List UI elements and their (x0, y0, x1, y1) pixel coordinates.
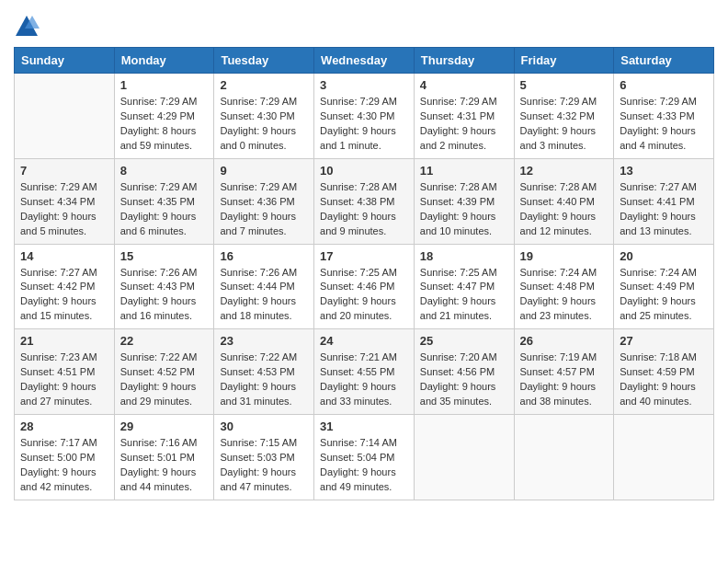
calendar-day-cell: 1Sunrise: 7:29 AMSunset: 4:29 PMDaylight… (114, 74, 214, 159)
day-info: Sunrise: 7:27 AMSunset: 4:41 PMDaylight:… (620, 180, 708, 239)
day-info: Sunrise: 7:26 AMSunset: 4:43 PMDaylight:… (120, 266, 209, 325)
calendar-day-cell: 13Sunrise: 7:27 AMSunset: 4:41 PMDayligh… (614, 158, 714, 244)
day-info: Sunrise: 7:26 AMSunset: 4:44 PMDaylight:… (220, 266, 308, 325)
calendar-day-cell: 10Sunrise: 7:28 AMSunset: 4:38 PMDayligh… (314, 158, 415, 244)
day-number: 3 (320, 78, 408, 92)
day-info: Sunrise: 7:16 AMSunset: 5:01 PMDaylight:… (120, 436, 209, 495)
day-number: 6 (620, 78, 708, 92)
calendar-day-cell: 4Sunrise: 7:29 AMSunset: 4:31 PMDaylight… (414, 74, 514, 159)
calendar-day-cell: 25Sunrise: 7:20 AMSunset: 4:56 PMDayligh… (414, 329, 514, 415)
day-info: Sunrise: 7:25 AMSunset: 4:46 PMDaylight:… (320, 266, 408, 325)
calendar-day-cell: 20Sunrise: 7:24 AMSunset: 4:49 PMDayligh… (614, 244, 714, 329)
day-info: Sunrise: 7:29 AMSunset: 4:35 PMDaylight:… (120, 180, 209, 239)
calendar-day-cell: 8Sunrise: 7:29 AMSunset: 4:35 PMDaylight… (114, 158, 214, 244)
calendar-day-cell (15, 74, 115, 159)
day-info: Sunrise: 7:27 AMSunset: 4:42 PMDaylight:… (20, 266, 108, 325)
calendar-day-cell (614, 415, 714, 500)
calendar-day-cell: 17Sunrise: 7:25 AMSunset: 4:46 PMDayligh… (314, 244, 415, 329)
day-number: 5 (520, 78, 609, 92)
day-info: Sunrise: 7:28 AMSunset: 4:39 PMDaylight:… (420, 180, 508, 239)
day-number: 14 (20, 249, 108, 263)
calendar-day-cell: 29Sunrise: 7:16 AMSunset: 5:01 PMDayligh… (114, 415, 214, 500)
day-number: 13 (620, 164, 708, 178)
calendar-day-cell: 9Sunrise: 7:29 AMSunset: 4:36 PMDaylight… (214, 158, 314, 244)
logo-icon (14, 14, 40, 40)
day-info: Sunrise: 7:29 AMSunset: 4:36 PMDaylight:… (220, 180, 308, 239)
day-info: Sunrise: 7:29 AMSunset: 4:29 PMDaylight:… (120, 95, 209, 154)
calendar-day-cell: 19Sunrise: 7:24 AMSunset: 4:48 PMDayligh… (514, 244, 614, 329)
day-number: 17 (320, 249, 408, 263)
day-number: 22 (120, 334, 209, 348)
day-info: Sunrise: 7:24 AMSunset: 4:49 PMDaylight:… (620, 266, 708, 325)
day-number: 27 (620, 334, 708, 348)
day-number: 8 (120, 164, 209, 178)
day-number: 23 (220, 334, 308, 348)
calendar-day-cell: 28Sunrise: 7:17 AMSunset: 5:00 PMDayligh… (15, 415, 115, 500)
logo (14, 14, 42, 40)
day-number: 12 (520, 164, 609, 178)
day-number: 29 (120, 419, 209, 433)
calendar-day-cell: 6Sunrise: 7:29 AMSunset: 4:33 PMDaylight… (614, 74, 714, 159)
day-info: Sunrise: 7:28 AMSunset: 4:38 PMDaylight:… (320, 180, 408, 239)
day-info: Sunrise: 7:29 AMSunset: 4:32 PMDaylight:… (520, 95, 609, 154)
calendar-day-cell: 26Sunrise: 7:19 AMSunset: 4:57 PMDayligh… (514, 329, 614, 415)
day-info: Sunrise: 7:23 AMSunset: 4:51 PMDaylight:… (20, 350, 108, 409)
day-info: Sunrise: 7:25 AMSunset: 4:47 PMDaylight:… (420, 266, 508, 325)
calendar-day-cell (414, 415, 514, 500)
calendar-day-cell: 7Sunrise: 7:29 AMSunset: 4:34 PMDaylight… (15, 158, 115, 244)
calendar-day-cell: 27Sunrise: 7:18 AMSunset: 4:59 PMDayligh… (614, 329, 714, 415)
weekday-header: Saturday (614, 48, 714, 74)
calendar-week-row: 1Sunrise: 7:29 AMSunset: 4:29 PMDaylight… (15, 74, 714, 159)
calendar-day-cell: 2Sunrise: 7:29 AMSunset: 4:30 PMDaylight… (214, 74, 314, 159)
day-number: 1 (120, 78, 209, 92)
calendar-week-row: 14Sunrise: 7:27 AMSunset: 4:42 PMDayligh… (15, 244, 714, 329)
calendar-day-cell: 23Sunrise: 7:22 AMSunset: 4:53 PMDayligh… (214, 329, 314, 415)
page-header (14, 9, 714, 40)
day-info: Sunrise: 7:29 AMSunset: 4:34 PMDaylight:… (20, 180, 108, 239)
calendar-day-cell: 24Sunrise: 7:21 AMSunset: 4:55 PMDayligh… (314, 329, 415, 415)
calendar-week-row: 21Sunrise: 7:23 AMSunset: 4:51 PMDayligh… (15, 329, 714, 415)
calendar-day-cell: 21Sunrise: 7:23 AMSunset: 4:51 PMDayligh… (15, 329, 115, 415)
calendar-day-cell: 14Sunrise: 7:27 AMSunset: 4:42 PMDayligh… (15, 244, 115, 329)
calendar-day-cell: 30Sunrise: 7:15 AMSunset: 5:03 PMDayligh… (214, 415, 314, 500)
day-number: 20 (620, 249, 708, 263)
calendar-table: SundayMondayTuesdayWednesdayThursdayFrid… (14, 47, 714, 500)
day-number: 21 (20, 334, 108, 348)
day-number: 9 (220, 164, 308, 178)
day-info: Sunrise: 7:22 AMSunset: 4:52 PMDaylight:… (120, 350, 209, 409)
weekday-header: Sunday (15, 48, 115, 74)
day-number: 15 (120, 249, 209, 263)
day-info: Sunrise: 7:29 AMSunset: 4:30 PMDaylight:… (220, 95, 308, 154)
day-number: 26 (520, 334, 609, 348)
day-info: Sunrise: 7:15 AMSunset: 5:03 PMDaylight:… (220, 436, 308, 495)
calendar-day-cell: 16Sunrise: 7:26 AMSunset: 4:44 PMDayligh… (214, 244, 314, 329)
weekday-header: Monday (114, 48, 214, 74)
day-number: 10 (320, 164, 408, 178)
day-number: 18 (420, 249, 508, 263)
day-number: 16 (220, 249, 308, 263)
weekday-header: Tuesday (214, 48, 314, 74)
day-number: 2 (220, 78, 308, 92)
day-info: Sunrise: 7:29 AMSunset: 4:33 PMDaylight:… (620, 95, 708, 154)
calendar-day-cell: 22Sunrise: 7:22 AMSunset: 4:52 PMDayligh… (114, 329, 214, 415)
day-info: Sunrise: 7:20 AMSunset: 4:56 PMDaylight:… (420, 350, 508, 409)
calendar-week-row: 7Sunrise: 7:29 AMSunset: 4:34 PMDaylight… (15, 158, 714, 244)
day-info: Sunrise: 7:28 AMSunset: 4:40 PMDaylight:… (520, 180, 609, 239)
day-number: 25 (420, 334, 508, 348)
day-info: Sunrise: 7:14 AMSunset: 5:04 PMDaylight:… (320, 436, 408, 495)
calendar-week-row: 28Sunrise: 7:17 AMSunset: 5:00 PMDayligh… (15, 415, 714, 500)
day-info: Sunrise: 7:21 AMSunset: 4:55 PMDaylight:… (320, 350, 408, 409)
weekday-header: Thursday (414, 48, 514, 74)
day-info: Sunrise: 7:18 AMSunset: 4:59 PMDaylight:… (620, 350, 708, 409)
calendar-day-cell: 15Sunrise: 7:26 AMSunset: 4:43 PMDayligh… (114, 244, 214, 329)
day-number: 19 (520, 249, 609, 263)
day-info: Sunrise: 7:22 AMSunset: 4:53 PMDaylight:… (220, 350, 308, 409)
day-number: 24 (320, 334, 408, 348)
calendar-day-cell: 31Sunrise: 7:14 AMSunset: 5:04 PMDayligh… (314, 415, 415, 500)
calendar-day-cell: 12Sunrise: 7:28 AMSunset: 4:40 PMDayligh… (514, 158, 614, 244)
weekday-header: Wednesday (314, 48, 415, 74)
day-info: Sunrise: 7:19 AMSunset: 4:57 PMDaylight:… (520, 350, 609, 409)
calendar-day-cell: 5Sunrise: 7:29 AMSunset: 4:32 PMDaylight… (514, 74, 614, 159)
day-number: 11 (420, 164, 508, 178)
day-info: Sunrise: 7:29 AMSunset: 4:31 PMDaylight:… (420, 95, 508, 154)
